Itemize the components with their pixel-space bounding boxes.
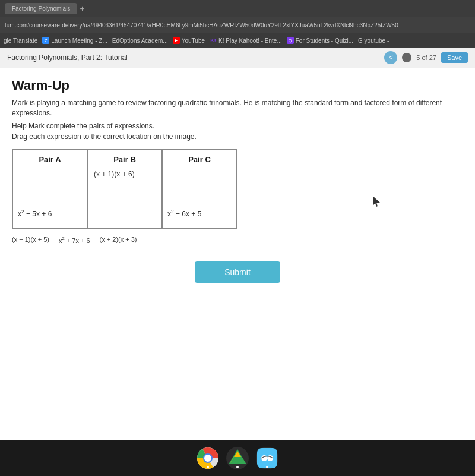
new-tab-button[interactable]: + (80, 4, 84, 13)
drive-icon[interactable] (226, 447, 249, 469)
youtube-icon: ▶ (173, 37, 180, 44)
submit-button[interactable]: Submit (195, 261, 280, 283)
chrome-dot (207, 466, 209, 468)
bookmark-quizizz[interactable]: Q For Students - Quizi... (287, 37, 353, 44)
finder-icon[interactable] (256, 447, 278, 469)
warm-up-title: Warm-Up (12, 78, 463, 93)
bookmark-label: gle Translate (4, 37, 37, 44)
save-button[interactable]: Save (441, 52, 468, 63)
bookmark-label: Launch Meeting - Z... (51, 37, 107, 44)
svg-point-2 (204, 455, 211, 462)
bookmark-kahoot[interactable]: K! K! Play Kahoot! - Ente... (210, 37, 282, 44)
bookmark-zoom[interactable]: Z Launch Meeting - Z... (42, 37, 107, 44)
bookmark-youtube[interactable]: ▶ YouTube (173, 37, 205, 44)
page-count: 5 of 27 (416, 54, 436, 61)
bookmark-label: EdOptions Academ... (112, 37, 168, 44)
bookmark-label: K! Play Kahoot! - Ente... (218, 37, 282, 44)
pair-c-column: Pair C x2 + 6x + 5 (163, 150, 236, 228)
draggable-expr-3[interactable]: (x + 2)(x + 3) (100, 236, 137, 243)
prev-button[interactable]: < (384, 51, 397, 64)
page-header: Factoring Polynomials, Part 2: Tutorial … (0, 48, 475, 68)
pair-b-expression[interactable]: (x + 1)(x + 6) (93, 169, 157, 179)
pairs-container: Pair A x2 + 5x + 6 Pair B (x + 1)(x + 6)… (12, 149, 238, 229)
bookmarks-bar: gle Translate Z Launch Meeting - Z... Ed… (0, 33, 475, 48)
pair-c-expression[interactable]: x2 + 6x + 5 (167, 209, 201, 218)
taskbar (0, 440, 475, 476)
zoom-icon: Z (42, 37, 49, 44)
draggable-expr-1[interactable]: (x + 1)(x + 5) (12, 236, 49, 243)
cursor-indicator (373, 196, 380, 210)
pair-a-header: Pair A (18, 155, 82, 164)
url-display: tum.com/courseware-delivery/ua/49403361/… (5, 22, 398, 29)
settings-dot (402, 53, 411, 62)
browser-chrome: Factoring Polynomials + tum.com/coursewa… (0, 0, 475, 48)
page-title: Factoring Polynomials, Part 2: Tutorial (7, 53, 128, 62)
tab-bar: Factoring Polynomials + (0, 0, 475, 17)
tab-label: Factoring Polynomials (12, 5, 70, 12)
kahoot-icon: K! (210, 37, 217, 44)
header-controls: < 5 of 27 Save (384, 51, 468, 64)
main-content: Warm-Up Mark is playing a matching game … (0, 68, 475, 441)
chrome-icon[interactable] (197, 447, 219, 469)
bookmark-label: For Students - Quizi... (296, 37, 353, 44)
draggable-expr-2[interactable]: x2 + 7x + 6 (59, 236, 90, 244)
bookmark-label: G youtube - (358, 37, 389, 44)
pair-b-header: Pair B (93, 155, 157, 164)
bookmark-label: YouTube (182, 37, 205, 44)
pair-b-column: Pair B (x + 1)(x + 6) (88, 150, 163, 228)
drive-dot (236, 466, 239, 468)
bookmark-translate[interactable]: gle Translate (4, 37, 37, 44)
quizizz-icon: Q (287, 37, 294, 44)
bookmark-edoptions[interactable]: EdOptions Academ... (112, 37, 168, 44)
submit-area: Submit (12, 261, 463, 283)
pair-a-column: Pair A x2 + 5x + 6 (13, 150, 88, 228)
drag-area: (x + 1)(x + 5) x2 + 7x + 6 (x + 2)(x + 3… (12, 236, 463, 244)
pair-c-header: Pair C (167, 155, 232, 164)
instruction-2: Drag each expression to the correct loca… (12, 133, 463, 141)
finder-dot (266, 466, 268, 468)
description: Mark is playing a matching game to revie… (12, 98, 463, 118)
browser-tab[interactable]: Factoring Polynomials (5, 3, 77, 14)
pair-a-expression[interactable]: x2 + 5x + 6 (18, 209, 52, 218)
instruction-1: Help Mark complete the pairs of expressi… (12, 122, 463, 130)
address-bar[interactable]: tum.com/courseware-delivery/ua/49403361/… (0, 17, 475, 33)
bookmark-google[interactable]: G youtube - (358, 37, 389, 44)
